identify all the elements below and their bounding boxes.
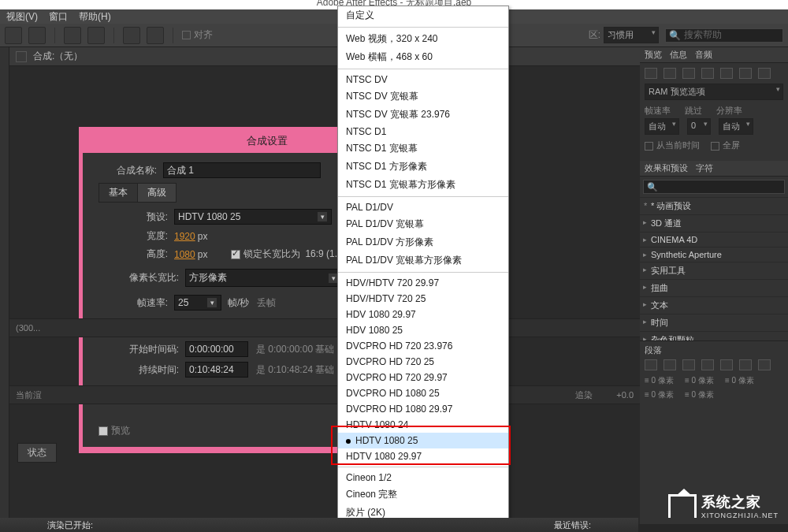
tab-preview[interactable]: 预览 <box>645 49 662 61</box>
preset-option[interactable]: Web 视频，320 x 240 <box>338 30 508 48</box>
status-tab[interactable]: 状态 <box>17 443 57 463</box>
start-timecode-input[interactable] <box>185 341 248 357</box>
height-value[interactable]: 1080 <box>174 249 195 260</box>
loop-icon[interactable] <box>758 68 771 79</box>
audio-icon[interactable] <box>739 68 752 79</box>
workspace-dropdown[interactable]: 习惯用 <box>604 27 659 43</box>
preset-option[interactable]: NTSC D1 宽银幕方形像素 <box>338 176 508 194</box>
comp-name-input[interactable] <box>163 162 321 178</box>
prev-frame-icon[interactable] <box>663 68 676 79</box>
fullscreen-checkbox[interactable] <box>711 142 719 151</box>
goto-end-icon[interactable] <box>720 68 733 79</box>
framerate-dropdown[interactable]: 25▾ <box>174 295 221 311</box>
preset-option[interactable]: DVCPRO HD 720 25 <box>338 354 508 370</box>
effects-search-input[interactable]: 🔍 <box>643 180 785 194</box>
search-help-input[interactable]: 🔍搜索帮助 <box>665 28 783 43</box>
goto-start-icon[interactable] <box>645 68 657 79</box>
panel-menu-icon[interactable] <box>16 51 27 62</box>
tool-shape[interactable] <box>147 27 164 44</box>
preset-option[interactable]: HDTV 1080 24 <box>338 417 508 433</box>
preset-option[interactable]: Cineon 1/2 <box>338 470 508 485</box>
fullscreen-label: 全屏 <box>723 140 740 150</box>
preset-option[interactable]: DVCPRO HD 1080 25 <box>338 385 508 401</box>
space-before[interactable]: ≡ 0 像素 <box>645 389 674 400</box>
align-center-icon[interactable] <box>663 359 676 370</box>
pv-res-dropdown[interactable]: 自动 <box>719 118 753 135</box>
preset-option[interactable]: Cineon 完整 <box>338 485 508 504</box>
preset-option[interactable]: 自定义 <box>338 6 508 24</box>
pv-framerate-dropdown[interactable]: 自动 <box>645 118 679 135</box>
preset-option[interactable]: NTSC D1 <box>338 124 508 140</box>
tool-selection[interactable] <box>5 27 22 44</box>
indent-first[interactable]: ≡ 0 像素 <box>685 375 714 386</box>
preset-option[interactable]: Web 横幅，468 x 60 <box>338 48 508 66</box>
tab-paragraph[interactable]: 段落 <box>645 344 662 356</box>
play-icon[interactable] <box>682 68 695 79</box>
align-left-icon[interactable] <box>645 359 657 370</box>
snap-checkbox[interactable] <box>182 31 191 39</box>
space-after[interactable]: ≡ 0 像素 <box>685 389 714 400</box>
from-current-checkbox[interactable] <box>645 142 653 151</box>
tool-anchor[interactable] <box>123 27 140 44</box>
menu-window[interactable]: 窗口 <box>49 10 68 24</box>
tab-info[interactable]: 信息 <box>670 49 687 61</box>
preview-checkbox[interactable] <box>98 426 108 436</box>
effects-category[interactable]: 时间 <box>640 314 788 331</box>
preset-option[interactable]: PAL D1/DV 方形像素 <box>338 233 508 251</box>
align-right-icon[interactable] <box>682 359 695 370</box>
tab-advanced[interactable]: 高级 <box>137 183 177 203</box>
effects-category[interactable]: CINEMA 4D <box>640 232 788 247</box>
preset-option[interactable]: DVCPRO HD 720 23.976 <box>338 338 508 354</box>
preset-option[interactable]: DVCPRO HD 1080 29.97 <box>338 401 508 417</box>
effects-category[interactable]: 3D 通道 <box>640 214 788 232</box>
menu-help[interactable]: 帮助(H) <box>79 10 111 24</box>
preset-option[interactable]: PAL D1/DV 宽银幕 <box>338 215 508 233</box>
tool-rotate[interactable] <box>64 27 81 44</box>
preset-option[interactable]: NTSC DV <box>338 72 508 87</box>
tab-effects[interactable]: 效果和预设 <box>645 162 688 174</box>
tool-hand[interactable] <box>28 27 46 44</box>
duration-input[interactable] <box>185 362 248 378</box>
preset-option[interactable]: DVCPRO HD 720 29.97 <box>338 370 508 385</box>
from-current-label: 从当前时间 <box>656 140 700 150</box>
justify-right-icon[interactable] <box>739 359 752 370</box>
ram-preview-dropdown[interactable]: RAM 预览选项 <box>645 84 783 100</box>
lock-aspect-checkbox[interactable] <box>231 250 240 259</box>
justify-left-icon[interactable] <box>701 359 714 370</box>
preset-option[interactable]: HDV 1080 25 <box>338 322 508 338</box>
pixel-aspect-dropdown[interactable]: 方形像素▾ <box>185 269 343 287</box>
effects-category[interactable]: 扭曲 <box>640 279 788 296</box>
search-icon: 🔍 <box>647 182 658 192</box>
preset-dropdown[interactable]: HDTV 1080 25▾ <box>174 209 332 225</box>
preset-option[interactable]: HDTV 1080 29.97 <box>338 448 508 464</box>
tab-character[interactable]: 字符 <box>696 162 713 174</box>
justify-all-icon[interactable] <box>758 359 771 370</box>
indent-right[interactable]: ≡ 0 像素 <box>725 375 754 386</box>
effects-category[interactable]: 实用工具 <box>640 262 788 279</box>
preset-option[interactable]: HDV 1080 29.97 <box>338 307 508 322</box>
preset-option[interactable]: PAL D1/DV <box>338 199 508 215</box>
preset-option[interactable]: HDV/HDTV 720 29.97 <box>338 275 508 291</box>
search-icon: 🔍 <box>669 30 681 41</box>
effects-category[interactable]: Synthetic Aperture <box>640 247 788 262</box>
preset-option[interactable]: NTSC DV 宽银幕 23.976 <box>338 106 508 124</box>
justify-center-icon[interactable] <box>720 359 733 370</box>
tool-camera[interactable] <box>87 27 105 44</box>
preset-option[interactable]: NTSC D1 宽银幕 <box>338 140 508 158</box>
comp-name-label: 合成:（无） <box>33 50 83 63</box>
preset-option[interactable]: NTSC D1 方形像素 <box>338 158 508 176</box>
menu-view[interactable]: 视图(V) <box>6 10 38 24</box>
indent-left[interactable]: ≡ 0 像素 <box>645 375 674 386</box>
pv-skip-dropdown[interactable]: 0 <box>687 118 711 135</box>
preset-option[interactable]: HDTV 1080 25 <box>338 433 508 448</box>
next-frame-icon[interactable] <box>701 68 714 79</box>
preset-option[interactable]: PAL D1/DV 宽银幕方形像素 <box>338 251 508 270</box>
width-value[interactable]: 1920 <box>174 231 195 242</box>
preset-option[interactable]: NTSC DV 宽银幕 <box>338 87 508 106</box>
effects-category[interactable]: 文本 <box>640 296 788 314</box>
preset-option[interactable]: HDV/HDTV 720 25 <box>338 291 508 307</box>
tab-audio[interactable]: 音频 <box>695 49 712 61</box>
tab-basic[interactable]: 基本 <box>98 183 138 203</box>
effects-category[interactable]: * 动画预设 <box>640 197 788 214</box>
start-timecode-desc: 是 0:00:00:00 基础 25 <box>256 343 348 356</box>
